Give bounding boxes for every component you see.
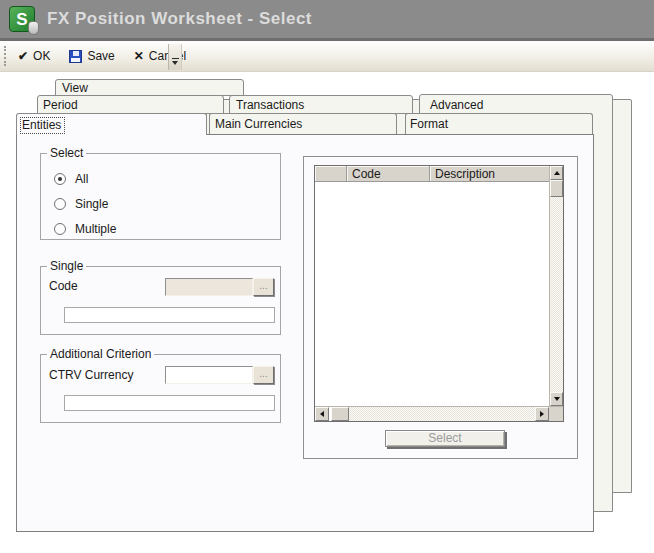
radio-all[interactable]: All [54, 172, 88, 186]
radio-multiple-label: Multiple [75, 222, 116, 236]
tab-format-label: Format [410, 117, 448, 131]
scroll-down-button[interactable] [550, 392, 563, 406]
cancel-button[interactable]: ✕ Cancel [127, 46, 193, 66]
title-bar: S FX Position Worksheet - Select [0, 0, 654, 41]
entity-table: Code Description [314, 165, 564, 422]
save-button[interactable]: Save [62, 46, 121, 66]
description-column-header[interactable]: Description [430, 166, 549, 181]
tab-period[interactable]: Period [37, 95, 224, 114]
horizontal-scrollbar-track[interactable] [349, 407, 535, 421]
tab-main-currencies[interactable]: Main Currencies [209, 113, 397, 134]
select-entity-button[interactable]: Select [385, 430, 505, 447]
arrow-right-icon [540, 411, 544, 417]
ctrv-browse-button[interactable]: ... [253, 366, 274, 384]
check-icon: ✔ [18, 50, 28, 62]
select-group-title: Select [47, 146, 86, 160]
scroll-left-button[interactable] [315, 407, 329, 421]
horizontal-scrollbar[interactable] [315, 406, 549, 421]
ctrv-description-field[interactable] [64, 395, 275, 411]
app-icon-letter: S [16, 10, 27, 29]
single-group: Single Code ... [40, 266, 281, 335]
code-field[interactable] [165, 278, 253, 296]
fx-position-worksheet-window: S FX Position Worksheet - Select ✔ OK Sa… [0, 0, 654, 553]
tab-period-label: Period [43, 98, 78, 112]
save-button-label: Save [87, 49, 114, 63]
tab-entities[interactable]: Entities [16, 113, 207, 135]
window-title: FX Position Worksheet - Select [47, 9, 312, 29]
single-group-title: Single [47, 259, 86, 273]
tab-advanced-label: Advanced [430, 98, 483, 112]
toolbar-overflow-button[interactable] [168, 44, 182, 70]
code-column-header[interactable]: Code [347, 166, 430, 181]
arrow-up-icon [554, 171, 560, 175]
vertical-scrollbar[interactable] [549, 166, 563, 406]
arrow-down-icon [554, 397, 560, 401]
tab-entities-label: Entities [20, 117, 65, 134]
radio-multiple[interactable]: Multiple [54, 222, 116, 236]
tab-view[interactable]: View [55, 79, 244, 96]
select-group: Select All Single Multiple [40, 153, 281, 240]
radio-single[interactable]: Single [54, 197, 108, 211]
scrollbar-corner [549, 406, 563, 421]
radio-single-icon[interactable] [54, 198, 66, 210]
vertical-scrollbar-thumb[interactable] [550, 180, 563, 197]
radio-all-icon[interactable] [54, 173, 66, 185]
code-browse-button[interactable]: ... [253, 278, 274, 296]
chevron-down-icon [172, 61, 178, 65]
horizontal-scrollbar-thumb[interactable] [331, 407, 349, 421]
entities-tab-page: Select All Single Multiple Single Code .… [16, 134, 594, 532]
vertical-scrollbar-track[interactable] [550, 197, 563, 392]
ctrv-currency-label: CTRV Currency [49, 368, 133, 382]
additional-criterion-group: Additional Criterion CTRV Currency ... [40, 354, 281, 423]
ok-button[interactable]: ✔ OK [11, 46, 57, 66]
app-icon: S [9, 6, 35, 32]
entity-list-panel: Code Description [303, 156, 578, 459]
tab-format[interactable]: Format [405, 113, 593, 134]
additional-criterion-group-title: Additional Criterion [47, 347, 154, 361]
ctrv-currency-field[interactable] [165, 366, 253, 384]
toolbar-grip-handle[interactable] [4, 46, 6, 66]
ok-button-label: OK [33, 49, 50, 63]
row-selector-column-header[interactable] [315, 166, 347, 181]
x-icon: ✕ [134, 50, 144, 62]
code-label: Code [49, 279, 78, 293]
radio-all-label: All [75, 172, 88, 186]
entity-table-header: Code Description [315, 166, 549, 182]
mouse-icon [28, 21, 39, 35]
tab-transactions[interactable]: Transactions [229, 95, 413, 114]
floppy-disk-icon [69, 50, 82, 63]
tab-view-label: View [62, 81, 88, 95]
single-description-field[interactable] [64, 307, 275, 323]
scroll-up-button[interactable] [550, 166, 563, 180]
radio-single-label: Single [75, 197, 108, 211]
tab-transactions-label: Transactions [236, 98, 304, 112]
toolbar: ✔ OK Save ✕ Cancel [0, 41, 654, 72]
tab-main-currencies-label: Main Currencies [215, 117, 302, 131]
scroll-right-button[interactable] [535, 407, 549, 421]
overflow-bar-icon [172, 58, 179, 59]
entity-table-body[interactable] [315, 182, 549, 406]
arrow-left-icon [320, 411, 324, 417]
radio-multiple-icon[interactable] [54, 223, 66, 235]
